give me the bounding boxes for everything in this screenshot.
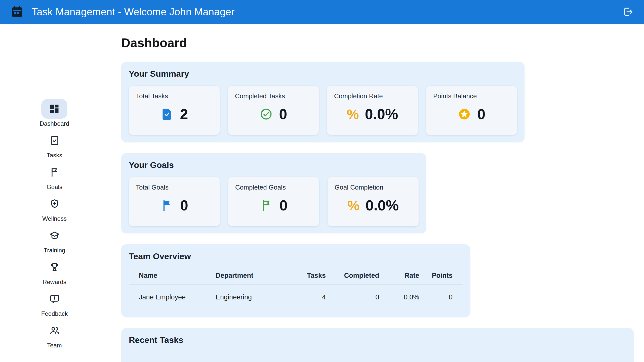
stat-card-total-tasks: Total Tasks 2 bbox=[129, 86, 220, 135]
summary-panel-title: Your Summary bbox=[129, 69, 517, 79]
feedback-bubble-icon bbox=[42, 289, 68, 309]
sidebar-item-label: Rewards bbox=[43, 279, 66, 286]
stat-card-points-balance: Points Balance 0 bbox=[426, 86, 517, 135]
recent-tasks-title: Recent Tasks bbox=[129, 335, 626, 345]
goals-cards: Total Goals 0 Completed Goals bbox=[129, 177, 419, 226]
goals-panel-title: Your Goals bbox=[129, 160, 419, 170]
window-title: Task Management - Welcome John Manager bbox=[32, 6, 235, 18]
star-icon bbox=[458, 107, 471, 121]
cell-completed: 0 bbox=[326, 285, 379, 310]
sidebar-item-goals[interactable]: Goals bbox=[42, 162, 68, 191]
column-header-completed: Completed bbox=[326, 268, 379, 285]
logout-icon[interactable] bbox=[622, 6, 634, 18]
sidebar-item-feedback[interactable]: Feedback bbox=[41, 289, 68, 317]
stat-value: 2 bbox=[180, 106, 188, 122]
task-document-icon bbox=[42, 131, 68, 150]
sidebar-item-label: Team bbox=[47, 342, 62, 349]
cell-points: 0 bbox=[419, 285, 463, 310]
column-header-name: Name bbox=[129, 268, 216, 285]
stat-value: 0.0% bbox=[365, 106, 398, 122]
graduation-cap-icon bbox=[42, 226, 68, 245]
column-header-points: Points bbox=[419, 268, 463, 285]
summary-panel: Your Summary Total Tasks 2 Completed Tas… bbox=[121, 62, 525, 142]
sidebar-item-training[interactable]: Training bbox=[42, 226, 68, 254]
stat-card-completed-tasks: Completed Tasks 0 bbox=[228, 86, 319, 135]
trophy-icon bbox=[42, 257, 68, 277]
team-table: Name Department Tasks Completed Rate Poi… bbox=[129, 268, 463, 310]
column-header-rate: Rate bbox=[379, 268, 419, 285]
people-icon bbox=[42, 321, 68, 340]
recent-tasks-panel: Recent Tasks bbox=[121, 328, 634, 362]
percent-icon: % bbox=[347, 199, 359, 212]
team-overview-panel: Team Overview Name Department Tasks Comp… bbox=[121, 244, 470, 317]
table-header-row: Name Department Tasks Completed Rate Poi… bbox=[129, 268, 463, 285]
team-overview-title: Team Overview bbox=[129, 251, 463, 261]
stat-value: 0 bbox=[279, 197, 288, 214]
sidebar-item-tasks[interactable]: Tasks bbox=[42, 131, 68, 159]
summary-cards: Total Tasks 2 Completed Tasks bbox=[129, 86, 517, 135]
sidebar-item-label: Feedback bbox=[41, 310, 68, 317]
stat-label: Completed Goals bbox=[235, 184, 312, 191]
stat-card-total-goals: Total Goals 0 bbox=[129, 177, 220, 226]
check-circle-icon bbox=[259, 107, 273, 121]
calendar-icon bbox=[10, 5, 24, 19]
sidebar-item-wellness[interactable]: Wellness bbox=[42, 194, 68, 222]
sidebar-item-label: Tasks bbox=[47, 152, 62, 159]
column-header-department: Department bbox=[216, 268, 289, 285]
stat-value: 0.0% bbox=[366, 197, 399, 214]
stat-label: Points Balance bbox=[433, 92, 510, 100]
column-header-tasks: Tasks bbox=[289, 268, 326, 285]
flag-outline-icon bbox=[260, 199, 273, 212]
shield-plus-icon bbox=[42, 194, 68, 214]
app-header: Task Management - Welcome John Manager bbox=[0, 0, 644, 24]
main-content: Dashboard Your Summary Total Tasks 2 Co bbox=[109, 24, 644, 362]
sidebar-item-dashboard[interactable]: Dashboard bbox=[40, 99, 69, 127]
cell-rate: 0.0% bbox=[379, 285, 419, 310]
stat-label: Goal Completion bbox=[335, 184, 412, 191]
sidebar: Dashboard Tasks Goals Wellness bbox=[0, 24, 109, 362]
sidebar-item-label: Goals bbox=[47, 184, 62, 191]
cell-name: Jane Employee bbox=[129, 285, 216, 310]
stat-card-completion-rate: Completion Rate % 0.0% bbox=[327, 86, 418, 135]
stat-value: 0 bbox=[279, 106, 287, 122]
table-row: Jane Employee Engineering 4 0 0.0% 0 bbox=[129, 285, 463, 310]
goals-panel: Your Goals Total Goals 0 Completed Goals bbox=[121, 153, 426, 233]
sidebar-item-team[interactable]: Team bbox=[42, 321, 68, 349]
stat-card-completed-goals: Completed Goals 0 bbox=[228, 177, 319, 226]
dashboard-icon bbox=[41, 99, 67, 119]
task-document-icon bbox=[160, 107, 174, 121]
stat-label: Completed Tasks bbox=[235, 92, 312, 100]
cell-department: Engineering bbox=[216, 285, 289, 310]
stat-label: Completion Rate bbox=[334, 92, 411, 100]
stat-label: Total Tasks bbox=[136, 92, 213, 100]
sidebar-item-label: Training bbox=[44, 247, 65, 254]
cell-tasks: 4 bbox=[289, 285, 326, 310]
sidebar-item-rewards[interactable]: Rewards bbox=[42, 257, 68, 286]
flag-icon bbox=[42, 162, 68, 182]
page-title: Dashboard bbox=[121, 36, 644, 50]
flag-icon bbox=[160, 199, 174, 212]
stat-value: 0 bbox=[180, 197, 188, 214]
stat-value: 0 bbox=[477, 106, 485, 122]
sidebar-item-label: Dashboard bbox=[40, 120, 69, 127]
percent-icon: % bbox=[347, 107, 359, 121]
sidebar-item-label: Wellness bbox=[42, 215, 67, 222]
stat-card-goal-completion: Goal Completion % 0.0% bbox=[328, 177, 419, 226]
stat-label: Total Goals bbox=[136, 184, 213, 191]
